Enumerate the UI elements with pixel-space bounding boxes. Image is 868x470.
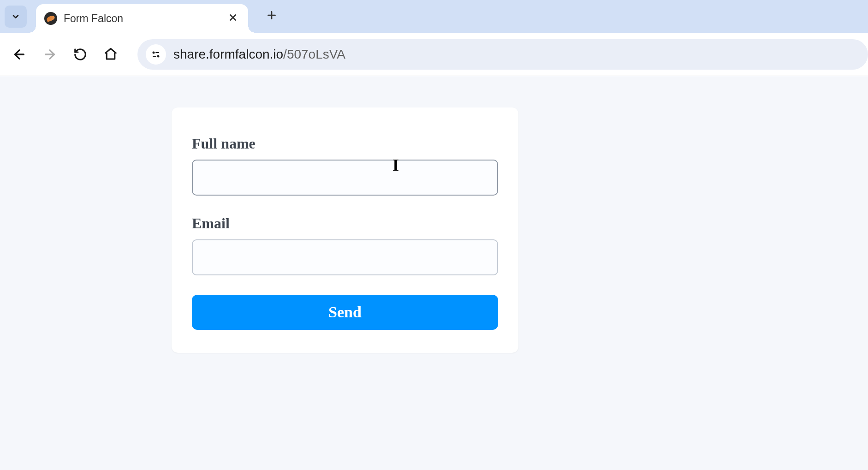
arrow-left-icon xyxy=(12,47,27,62)
forward-button[interactable] xyxy=(39,43,61,65)
url-display: share.formfalcon.io/507oLsVA xyxy=(173,47,345,62)
svg-point-9 xyxy=(157,55,160,57)
browser-tab-active[interactable]: Form Falcon xyxy=(36,4,248,33)
url-host: share.formfalcon.io xyxy=(173,47,283,61)
tab-title: Form Falcon xyxy=(64,12,226,25)
fullname-label: Full name xyxy=(192,135,498,152)
fullname-input[interactable] xyxy=(192,160,498,196)
address-bar[interactable]: share.formfalcon.io/507oLsVA xyxy=(137,39,868,70)
home-button[interactable] xyxy=(100,43,122,65)
tab-favicon xyxy=(44,12,57,25)
browser-tab-strip: Form Falcon xyxy=(0,0,868,33)
reload-button[interactable] xyxy=(69,43,91,65)
url-path: /507oLsVA xyxy=(283,47,345,61)
close-icon xyxy=(228,12,238,23)
svg-rect-7 xyxy=(155,52,159,53)
send-button[interactable]: Send xyxy=(192,295,498,330)
svg-rect-8 xyxy=(153,56,156,57)
close-tab-button[interactable] xyxy=(226,10,240,28)
arrow-right-icon xyxy=(42,47,57,62)
reload-icon xyxy=(73,48,87,61)
plus-icon xyxy=(266,9,278,21)
home-icon xyxy=(104,48,118,61)
form-card: Full name Email Send I xyxy=(172,107,518,353)
email-input[interactable] xyxy=(192,239,498,275)
tune-icon xyxy=(150,49,161,60)
browser-toolbar: share.formfalcon.io/507oLsVA xyxy=(0,33,868,76)
email-label: Email xyxy=(192,215,498,232)
new-tab-button[interactable] xyxy=(266,8,278,25)
tabs-dropdown-button[interactable] xyxy=(5,6,27,28)
site-info-button[interactable] xyxy=(146,44,166,65)
page-content: Full name Email Send I xyxy=(0,76,868,353)
svg-point-6 xyxy=(153,51,155,54)
back-button[interactable] xyxy=(8,43,30,65)
chevron-down-icon xyxy=(11,12,20,21)
